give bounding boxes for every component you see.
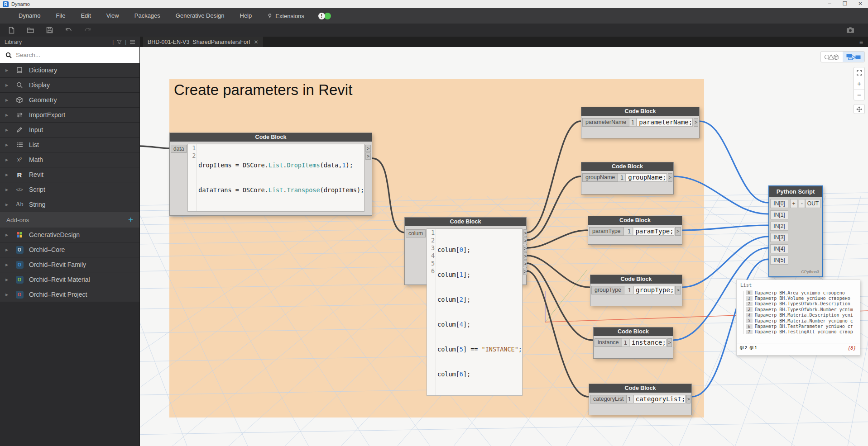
zoom-in-button[interactable]: + — [854, 78, 864, 89]
tab-active[interactable]: BHD-001-EN-V3_SharedParametersForI ✕ — [143, 37, 263, 47]
code-block-groupname[interactable]: Code Block groupName 1 groupName; > — [581, 162, 674, 195]
code-block-colum[interactable]: Code Block colum 1 2 3 4 5 6 colu — [404, 217, 527, 285]
graph-view-button[interactable] — [843, 52, 864, 62]
code-editor[interactable]: dropItems = DSCore.List.DropItems(data,1… — [197, 144, 364, 211]
menu-generative-design[interactable]: Generative Design — [168, 8, 232, 24]
sidebar-item-orchid-revit-project[interactable]: ▶ O Orchid–Revit Project — [0, 287, 139, 302]
wire[interactable] — [140, 146, 170, 148]
code-editor[interactable]: groupName; — [626, 173, 667, 182]
sidebar-item-geometry[interactable]: ▶ Geometry — [0, 93, 139, 108]
menu-extensions[interactable]: Extensions — [259, 13, 312, 19]
search-input[interactable] — [16, 52, 125, 58]
preview-levels[interactable]: @L2 @L1 — [740, 346, 757, 350]
output-port[interactable]: > — [523, 252, 527, 260]
output-port[interactable]: > — [523, 237, 527, 244]
remove-input-button[interactable]: - — [799, 199, 805, 208]
filter-icon[interactable] — [117, 40, 122, 44]
code-block-paramtype[interactable]: Code Block paramType 1 paramType; > — [588, 216, 682, 245]
sidebar-item-list[interactable]: ▶ List — [0, 138, 139, 152]
zoom-out-button[interactable]: − — [854, 89, 864, 100]
code-block-parametername[interactable]: Code Block parameterName 1 parameterName… — [581, 107, 700, 138]
export-image-camera-icon[interactable] — [846, 26, 854, 34]
output-port[interactable]: > — [675, 227, 681, 236]
output-port[interactable]: > — [668, 173, 672, 182]
code-block-instance[interactable]: Code Block instance 1 instance; > — [593, 327, 673, 359]
sidebar-item-input[interactable]: ▶ Input — [0, 123, 139, 138]
minimize-button[interactable]: – — [822, 0, 837, 8]
input-port-in0[interactable]: IN[0] — [770, 199, 788, 208]
output-port[interactable]: > — [667, 338, 672, 347]
output-port[interactable]: > — [365, 152, 371, 160]
close-button[interactable]: ✕ — [853, 0, 868, 8]
sidebar-item-math[interactable]: ▶ x² Math — [0, 152, 139, 167]
addons-add-button[interactable]: + — [128, 215, 133, 225]
sidebar-item-orchid-revit-material[interactable]: ▶ O Orchid–Revit Material — [0, 272, 139, 287]
input-port-in4[interactable]: IN[4] — [770, 244, 788, 253]
menu-dynamo[interactable]: Dynamo — [11, 8, 48, 24]
code-block-grouptype[interactable]: Code Block groupType 1 groupType; > — [590, 275, 682, 306]
sidebar-item-string[interactable]: ▶ Ab String — [0, 197, 139, 212]
code-editor[interactable]: instance; — [629, 338, 667, 347]
sidebar-item-script[interactable]: ▶ </> Script — [0, 182, 139, 197]
sidebar-item-display[interactable]: ▶ Display — [0, 78, 139, 93]
sidebar-item-orchid-revit-family[interactable]: ▶ O Orchid–Revit Family — [0, 257, 139, 272]
input-port[interactable]: categoryList — [590, 395, 627, 403]
input-port-data[interactable]: data — [171, 145, 187, 153]
redo-button[interactable] — [83, 26, 91, 34]
python-script-node[interactable]: Python Script IN[0] IN[1] IN[2] IN[3] IN… — [768, 185, 823, 277]
wire-selected[interactable] — [700, 121, 768, 203]
sidebar-item-dictionary[interactable]: ▶ Dictionary — [0, 63, 139, 78]
pan-button[interactable] — [854, 104, 865, 114]
code-editor[interactable]: categoryList; — [633, 395, 686, 403]
input-port-in3[interactable]: IN[3] — [770, 233, 788, 242]
output-port[interactable]: > — [523, 268, 527, 275]
sidebar-item-revit[interactable]: ▶ R Revit — [0, 167, 139, 182]
notifications-alert-icon[interactable]: ! — [318, 13, 325, 19]
new-file-button[interactable] — [7, 26, 15, 34]
workspace-canvas[interactable]: Create parameters in Revit — [140, 47, 868, 446]
input-port[interactable]: groupName — [582, 173, 618, 182]
save-button[interactable] — [45, 26, 53, 34]
undo-button[interactable] — [64, 26, 72, 34]
input-port-in1[interactable]: IN[1] — [770, 210, 788, 219]
input-port-colum[interactable]: colum — [406, 229, 426, 237]
input-port-in2[interactable]: IN[2] — [770, 222, 788, 231]
code-editor[interactable]: parameterName; — [637, 118, 693, 127]
output-port-out[interactable]: OUT — [806, 199, 820, 208]
code-block-dropitems[interactable]: Code Block data 1 2 dropItems = DSCore.L… — [169, 133, 372, 216]
tab-close-icon[interactable]: ✕ — [254, 39, 258, 45]
output-port[interactable]: > — [675, 286, 681, 294]
menu-edit[interactable]: Edit — [73, 8, 98, 24]
menu-help[interactable]: Help — [232, 8, 260, 24]
group-title[interactable]: Create parameters in Revit — [174, 81, 352, 99]
layout-view-icon[interactable] — [129, 39, 135, 44]
sidebar-item-importexport[interactable]: ▶ ImportExport — [0, 108, 139, 123]
maximize-button[interactable]: ☐ — [837, 0, 853, 8]
output-port[interactable]: > — [523, 229, 527, 237]
input-port[interactable]: parameterName — [582, 118, 629, 127]
output-port[interactable]: > — [523, 260, 527, 267]
code-block-categorylist[interactable]: Code Block categoryList 1 categoryList; … — [589, 384, 692, 415]
hamburger-menu-icon[interactable]: ≡ — [859, 38, 863, 46]
output-port[interactable]: > — [694, 118, 698, 127]
menu-file[interactable]: File — [48, 8, 73, 24]
output-preview-bubble[interactable]: List 0Параметр BH.Area успішно створено … — [736, 280, 860, 356]
output-port[interactable]: > — [365, 145, 371, 152]
input-port[interactable]: instance — [595, 338, 622, 347]
input-port[interactable]: paramType — [589, 227, 624, 236]
open-file-button[interactable] — [26, 26, 34, 34]
notifications-status-icon[interactable] — [324, 13, 331, 19]
sidebar-item-orchid-core[interactable]: ▶ O Orchid–Core — [0, 242, 139, 257]
input-port-in5[interactable]: IN[5] — [770, 256, 788, 265]
output-port[interactable]: > — [686, 395, 691, 403]
output-port[interactable]: > — [523, 245, 527, 252]
sidebar-item-generativedesign[interactable]: ▶ GenerativeDesign — [0, 228, 139, 242]
zoom-fit-button[interactable] — [854, 67, 864, 78]
code-editor[interactable]: colum[0]; colum[1]; colum[2]; colum[4]; … — [436, 229, 522, 395]
menu-view[interactable]: View — [99, 8, 127, 24]
geometry-view-button[interactable] — [821, 52, 843, 62]
menu-packages[interactable]: Packages — [127, 8, 168, 24]
input-port[interactable]: groupType — [591, 286, 624, 294]
library-search[interactable] — [0, 47, 139, 63]
code-editor[interactable]: paramType; — [633, 227, 674, 236]
